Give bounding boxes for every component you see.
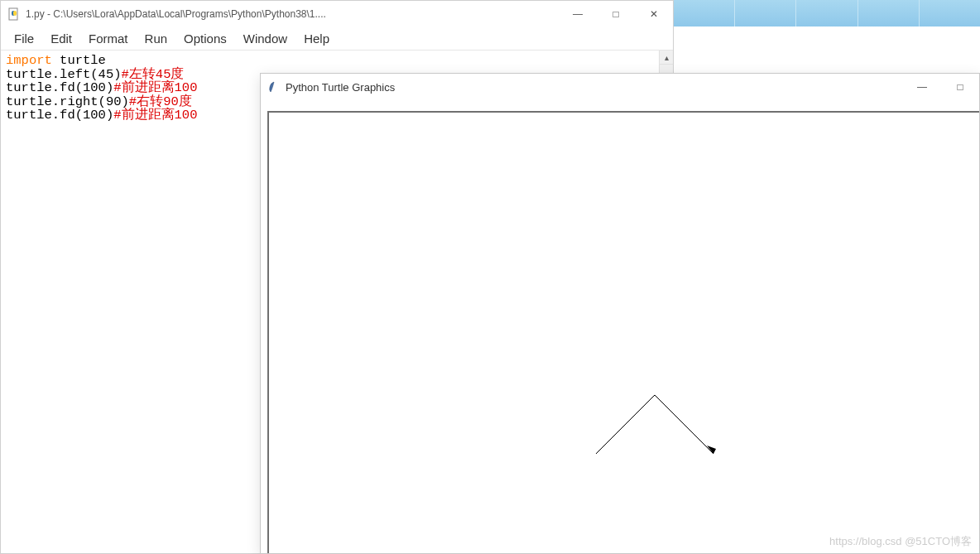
desktop-tile (858, 0, 920, 26)
turtle-app-icon (267, 80, 281, 94)
idle-menubar: File Edit Format Run Options Window Help (1, 27, 673, 51)
desktop-tile (920, 0, 980, 26)
code-text: turtle.right(90) (6, 94, 129, 109)
watermark-text: https://blog.csd @51CTO博客 (829, 534, 972, 549)
idle-titlebar[interactable]: 1.py - C:\Users\Lora\AppData\Local\Progr… (1, 1, 673, 27)
menu-run[interactable]: Run (137, 29, 176, 48)
desktop-tile (674, 0, 735, 26)
turtle-drawing (269, 113, 979, 553)
menu-options[interactable]: Options (175, 29, 235, 48)
menu-edit[interactable]: Edit (42, 29, 80, 48)
menu-format[interactable]: Format (80, 29, 137, 48)
code-text: turtle (52, 53, 106, 68)
turtle-window-title: Python Turtle Graphics (286, 81, 903, 94)
desktop-tile (735, 0, 796, 26)
code-comment: #右转90度 (129, 94, 192, 109)
code-text: turtle.fd(100) (6, 108, 113, 123)
close-button[interactable]: ✕ (635, 1, 673, 27)
scroll-up-icon[interactable]: ▴ (660, 51, 673, 65)
code-text: turtle.left(45) (6, 67, 122, 82)
python-file-icon (7, 7, 21, 21)
menu-file[interactable]: File (6, 29, 42, 48)
turtle-window-controls: — □ (903, 74, 979, 100)
code-comment: #前进距离100 (113, 80, 197, 95)
turtle-path (596, 395, 713, 454)
code-comment: #左转45度 (122, 67, 185, 82)
maximize-button[interactable]: □ (597, 1, 635, 27)
minimize-button[interactable]: — (559, 1, 597, 27)
code-text: turtle.fd(100) (6, 80, 113, 95)
minimize-button[interactable]: — (903, 74, 941, 100)
menu-window[interactable]: Window (235, 29, 295, 48)
menu-help[interactable]: Help (295, 29, 338, 48)
maximize-button[interactable]: □ (941, 74, 979, 100)
code-comment: #前进距离100 (113, 108, 197, 123)
desktop-background (674, 0, 980, 26)
idle-window-title: 1.py - C:\Users\Lora\AppData\Local\Progr… (26, 8, 559, 20)
code-keyword: import (6, 53, 52, 68)
turtle-cursor-icon (707, 446, 716, 454)
idle-window-controls: — □ ✕ (559, 1, 673, 27)
turtle-titlebar[interactable]: Python Turtle Graphics — □ (261, 74, 979, 100)
turtle-graphics-window: Python Turtle Graphics — □ (260, 73, 980, 554)
desktop-tile (796, 0, 858, 26)
turtle-canvas (267, 111, 979, 553)
